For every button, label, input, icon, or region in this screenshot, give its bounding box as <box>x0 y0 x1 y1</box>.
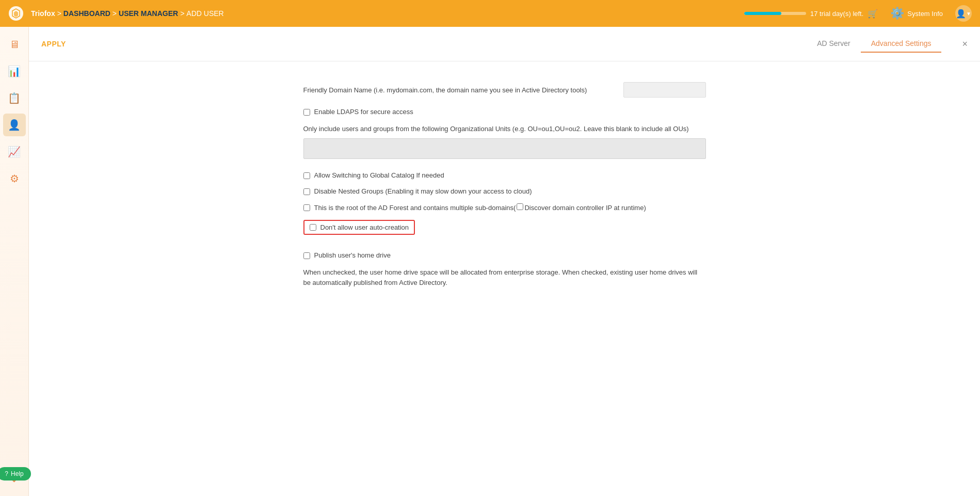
ad-forest-sub-checkbox[interactable] <box>517 203 523 210</box>
dont-allow-autocreation-highlight: Don't allow user auto-creation <box>303 220 415 235</box>
ad-forest-checkbox[interactable] <box>303 204 310 211</box>
sidebar-item-dashboard[interactable]: 🖥 <box>3 33 26 56</box>
allow-global-catalog-checkbox[interactable] <box>303 172 310 179</box>
close-button[interactable]: × <box>962 39 968 49</box>
tab-ad-server[interactable]: AD Server <box>807 35 861 53</box>
analytics-icon: 📈 <box>8 146 21 158</box>
header-right: 17 trial day(s) left. 🛒 ⚙️ System Info 👤… <box>744 5 972 22</box>
dashboard-icon: 🖥 <box>9 39 20 51</box>
breadcrumb-sep3: > <box>180 9 184 18</box>
sidebar-item-files[interactable]: 📋 <box>3 87 26 109</box>
friendly-domain-row: Friendly Domain Name (i.e. mydomain.com,… <box>303 82 706 98</box>
settings-icon: ⚙ <box>10 172 19 185</box>
help-circle-icon: ? <box>5 470 8 477</box>
content-area: APPLY AD Server Advanced Settings × Frie… <box>29 27 980 496</box>
breadcrumb-dashboard[interactable]: DASHBOARD <box>63 9 110 18</box>
disable-nested-groups-checkbox[interactable] <box>303 188 310 195</box>
apply-button[interactable]: APPLY <box>41 40 66 48</box>
breadcrumb: Triofox > DASHBOARD > USER MANAGER > ADD… <box>31 9 224 18</box>
gear-icon: ⚙️ <box>890 7 904 20</box>
help-button[interactable]: ? Help <box>0 467 31 481</box>
breadcrumb-sep2: > <box>113 9 117 18</box>
toolbar: APPLY AD Server Advanced Settings × <box>29 27 980 61</box>
dont-allow-autocreation-label: Don't allow user auto-creation <box>320 223 409 231</box>
sidebar: 🖥 📊 📋 👤 📈 ⚙ ⬇ ? Help <box>0 27 29 496</box>
ad-forest-row: This is the root of the AD Forest and co… <box>303 203 706 212</box>
trial-info: 17 trial day(s) left. 🛒 <box>744 9 878 19</box>
tab-advanced-settings[interactable]: Advanced Settings <box>861 35 942 53</box>
breadcrumb-triofox: Triofox <box>31 9 55 18</box>
disable-nested-groups-row: Disable Nested Groups (Enabling it may s… <box>303 187 706 195</box>
ou-description: Only include users and groups from the f… <box>303 124 706 134</box>
ad-forest-label: This is the root of the AD Forest and co… <box>314 203 646 212</box>
enable-ldaps-checkbox[interactable] <box>303 109 310 116</box>
help-label: Help <box>11 470 24 477</box>
allow-global-catalog-label: Allow Switching to Global Catalog If nee… <box>314 171 444 179</box>
top-header: Triofox > DASHBOARD > USER MANAGER > ADD… <box>0 0 980 27</box>
form-content: Friendly Domain Name (i.e. mydomain.com,… <box>272 61 737 309</box>
trial-text: 17 trial day(s) left. <box>810 10 863 18</box>
sidebar-item-settings[interactable]: ⚙ <box>3 167 26 190</box>
friendly-domain-label: Friendly Domain Name (i.e. mydomain.com,… <box>303 86 617 94</box>
users-icon: 👤 <box>8 119 21 131</box>
logo-area: Triofox > DASHBOARD > USER MANAGER > ADD… <box>8 6 224 21</box>
files-icon: 📋 <box>8 92 21 104</box>
sidebar-item-monitor[interactable]: 📊 <box>3 60 26 83</box>
dont-allow-autocreation-wrapper: Don't allow user auto-creation <box>303 220 706 243</box>
publish-home-drive-row: Publish user's home drive <box>303 251 706 259</box>
user-icon: 👤 <box>956 9 966 19</box>
disable-nested-groups-label: Disable Nested Groups (Enabling it may s… <box>314 187 532 195</box>
friendly-domain-input[interactable] <box>623 82 706 98</box>
monitor-icon: 📊 <box>8 65 21 77</box>
publish-home-drive-label: Publish user's home drive <box>314 251 391 259</box>
triofox-logo <box>8 6 24 21</box>
main-layout: 🖥 📊 📋 👤 📈 ⚙ ⬇ ? Help APPLY <box>0 27 980 496</box>
trial-progress-fill <box>744 12 781 15</box>
enable-ldaps-label: Enable LDAPS for secure access <box>314 108 413 116</box>
sidebar-item-analytics[interactable]: 📈 <box>3 140 26 163</box>
system-info[interactable]: ⚙️ System Info <box>890 7 943 20</box>
toolbar-tabs: AD Server Advanced Settings <box>807 35 941 53</box>
breadcrumb-sep1: > <box>57 9 61 18</box>
allow-global-catalog-row: Allow Switching to Global Catalog If nee… <box>303 171 706 179</box>
publish-home-drive-checkbox[interactable] <box>303 252 310 259</box>
enable-ldaps-row: Enable LDAPS for secure access <box>303 108 706 116</box>
trial-progress-bar <box>744 12 806 15</box>
home-drive-description: When unchecked, the user home drive spac… <box>303 267 706 289</box>
sidebar-item-users[interactable]: 👤 <box>3 114 26 136</box>
ou-textarea[interactable] <box>303 138 706 159</box>
breadcrumb-user-manager[interactable]: USER MANAGER <box>119 9 178 18</box>
chevron-down-icon: ▼ <box>966 11 971 17</box>
user-avatar[interactable]: 👤 ▼ <box>955 5 972 22</box>
system-info-label: System Info <box>907 10 943 18</box>
dont-allow-autocreation-checkbox[interactable] <box>310 224 316 231</box>
breadcrumb-add-user: ADD USER <box>186 9 223 18</box>
cart-icon[interactable]: 🛒 <box>867 9 878 19</box>
